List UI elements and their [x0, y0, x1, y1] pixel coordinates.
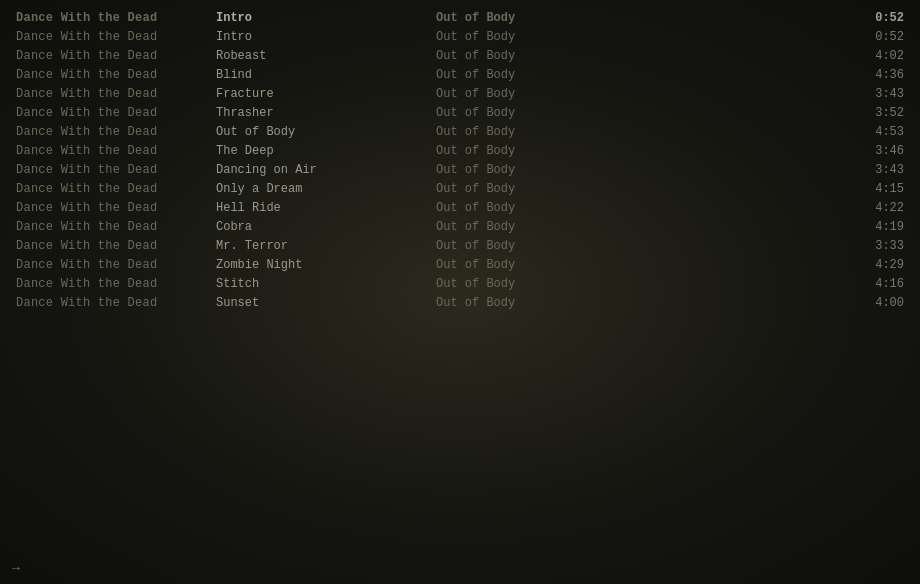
track-list-header: Dance With the Dead Intro Out of Body 0:… [0, 8, 920, 27]
track-album: Out of Body [436, 182, 844, 196]
track-duration: 3:43 [844, 87, 904, 101]
track-album: Out of Body [436, 144, 844, 158]
track-title: Fracture [216, 87, 436, 101]
track-artist: Dance With the Dead [16, 182, 216, 196]
track-row[interactable]: Dance With the DeadSunsetOut of Body4:00 [0, 293, 920, 312]
track-duration: 4:00 [844, 296, 904, 310]
track-artist: Dance With the Dead [16, 201, 216, 215]
track-duration: 3:33 [844, 239, 904, 253]
track-row[interactable]: Dance With the DeadBlindOut of Body4:36 [0, 65, 920, 84]
track-row[interactable]: Dance With the DeadZombie NightOut of Bo… [0, 255, 920, 274]
track-album: Out of Body [436, 258, 844, 272]
track-album: Out of Body [436, 220, 844, 234]
track-duration: 4:19 [844, 220, 904, 234]
track-row[interactable]: Dance With the DeadHell RideOut of Body4… [0, 198, 920, 217]
track-row[interactable]: Dance With the DeadThrasherOut of Body3:… [0, 103, 920, 122]
track-row[interactable]: Dance With the DeadOnly a DreamOut of Bo… [0, 179, 920, 198]
track-title: Blind [216, 68, 436, 82]
track-album: Out of Body [436, 239, 844, 253]
header-duration: 0:52 [844, 11, 904, 25]
header-title: Intro [216, 11, 436, 25]
track-row[interactable]: Dance With the DeadThe DeepOut of Body3:… [0, 141, 920, 160]
track-artist: Dance With the Dead [16, 258, 216, 272]
track-row[interactable]: Dance With the DeadCobraOut of Body4:19 [0, 217, 920, 236]
track-title: Hell Ride [216, 201, 436, 215]
track-duration: 4:22 [844, 201, 904, 215]
track-artist: Dance With the Dead [16, 163, 216, 177]
header-artist: Dance With the Dead [16, 11, 216, 25]
track-duration: 4:36 [844, 68, 904, 82]
track-title: Zombie Night [216, 258, 436, 272]
track-title: The Deep [216, 144, 436, 158]
track-artist: Dance With the Dead [16, 30, 216, 44]
track-row[interactable]: Dance With the DeadMr. TerrorOut of Body… [0, 236, 920, 255]
track-title: Intro [216, 30, 436, 44]
track-album: Out of Body [436, 49, 844, 63]
track-title: Robeast [216, 49, 436, 63]
track-artist: Dance With the Dead [16, 144, 216, 158]
track-duration: 4:29 [844, 258, 904, 272]
track-row[interactable]: Dance With the DeadOut of BodyOut of Bod… [0, 122, 920, 141]
track-duration: 3:43 [844, 163, 904, 177]
header-album: Out of Body [436, 11, 844, 25]
track-artist: Dance With the Dead [16, 277, 216, 291]
track-list: Dance With the Dead Intro Out of Body 0:… [0, 0, 920, 320]
track-artist: Dance With the Dead [16, 106, 216, 120]
track-duration: 3:52 [844, 106, 904, 120]
track-album: Out of Body [436, 277, 844, 291]
track-title: Stitch [216, 277, 436, 291]
track-album: Out of Body [436, 30, 844, 44]
track-title: Only a Dream [216, 182, 436, 196]
track-row[interactable]: Dance With the DeadIntroOut of Body0:52 [0, 27, 920, 46]
track-duration: 4:53 [844, 125, 904, 139]
track-duration: 4:02 [844, 49, 904, 63]
track-row[interactable]: Dance With the DeadDancing on AirOut of … [0, 160, 920, 179]
track-album: Out of Body [436, 125, 844, 139]
track-title: Mr. Terror [216, 239, 436, 253]
track-title: Sunset [216, 296, 436, 310]
track-album: Out of Body [436, 201, 844, 215]
track-artist: Dance With the Dead [16, 296, 216, 310]
track-title: Thrasher [216, 106, 436, 120]
track-artist: Dance With the Dead [16, 220, 216, 234]
bottom-arrow: → [12, 561, 20, 576]
track-row[interactable]: Dance With the DeadStitchOut of Body4:16 [0, 274, 920, 293]
track-album: Out of Body [436, 106, 844, 120]
track-album: Out of Body [436, 163, 844, 177]
track-duration: 3:46 [844, 144, 904, 158]
track-artist: Dance With the Dead [16, 68, 216, 82]
track-title: Dancing on Air [216, 163, 436, 177]
track-artist: Dance With the Dead [16, 239, 216, 253]
track-artist: Dance With the Dead [16, 87, 216, 101]
track-album: Out of Body [436, 68, 844, 82]
track-duration: 0:52 [844, 30, 904, 44]
track-album: Out of Body [436, 87, 844, 101]
track-title: Out of Body [216, 125, 436, 139]
track-artist: Dance With the Dead [16, 125, 216, 139]
track-artist: Dance With the Dead [16, 49, 216, 63]
track-album: Out of Body [436, 296, 844, 310]
track-row[interactable]: Dance With the DeadFractureOut of Body3:… [0, 84, 920, 103]
track-title: Cobra [216, 220, 436, 234]
track-duration: 4:16 [844, 277, 904, 291]
track-duration: 4:15 [844, 182, 904, 196]
track-row[interactable]: Dance With the DeadRobeastOut of Body4:0… [0, 46, 920, 65]
